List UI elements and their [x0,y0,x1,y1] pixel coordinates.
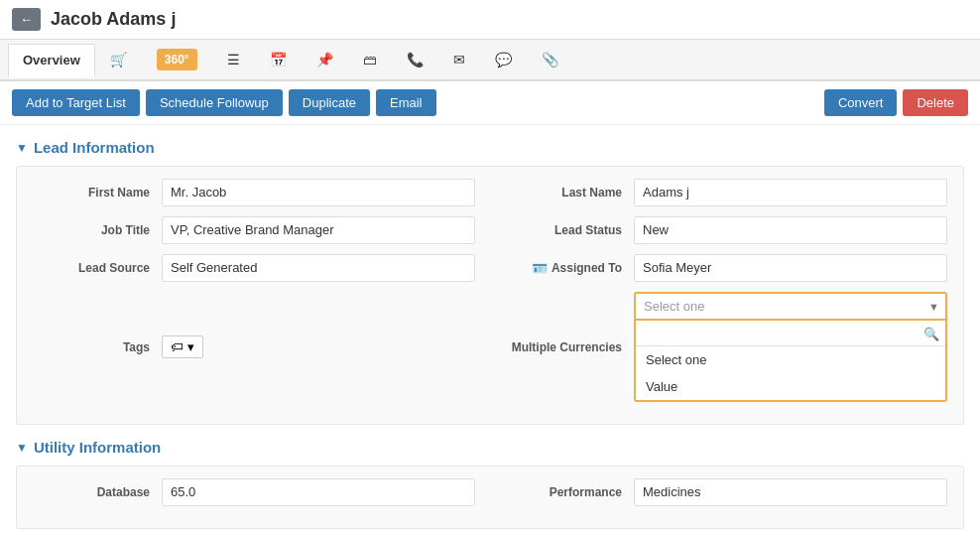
currency-option-select-one[interactable]: Select one [636,346,945,373]
action-bar-left: Add to Target List Schedule Followup Dup… [12,89,436,116]
tab-calendar[interactable]: 📅 [255,43,302,76]
form-half-leadstatus: Lead Status New [505,216,947,244]
currency-search-input[interactable] [636,321,945,345]
action-bar: Add to Target List Schedule Followup Dup… [0,81,980,125]
currency-select-container: Select one ▼ [634,292,947,321]
lead-status-label: Lead Status [505,223,634,237]
list-icon: ☰ [227,52,240,67]
email-button[interactable]: Email [376,89,436,116]
tab-card[interactable]: 🗃 [348,43,392,76]
form-row-job: Job Title VP, Creative Brand Manager Lea… [33,216,947,244]
calendar-icon: 📅 [270,52,287,67]
lead-information-title: ▼ Lead Information [16,139,964,156]
assigned-to-value: Sofia Meyer [634,254,947,282]
currency-placeholder[interactable]: Select one [636,294,945,319]
form-row-tags-currency: Tags 🏷 ▾ Multiple Currencies Select one … [33,292,947,402]
currency-option-value[interactable]: Value [636,373,945,400]
tab-cart[interactable]: 🛒 [95,43,142,76]
lead-form-grid: First Name Mr. Jacob Last Name Adams j J… [16,166,964,425]
form-half-currency: Multiple Currencies Select one ▼ 🔍 [505,292,947,402]
assigned-icon: 🪪 [532,261,548,276]
form-row-database-performance: Database 65.0 Performance Medicines [33,478,947,506]
assigned-to-label: 🪪 Assigned To [505,261,634,276]
add-target-button[interactable]: Add to Target List [12,89,140,116]
tabs-bar: Overview 🛒 360° ☰ 📅 📌 🗃 📞 ✉ 💬 📎 [0,40,980,81]
database-value: 65.0 [162,478,475,506]
form-half-firstname: First Name Mr. Jacob [33,179,475,206]
tab-overview-label: Overview [23,53,80,67]
tab-list[interactable]: ☰ [212,43,255,76]
action-bar-right: Convert Delete [824,89,968,116]
currency-search-wrap: 🔍 [636,321,945,346]
performance-value: Medicines [634,478,947,506]
lead-source-value: Self Generated [162,254,475,282]
form-half-jobtitle: Job Title VP, Creative Brand Manager [33,216,475,244]
job-title-label: Job Title [33,223,162,237]
tab-phone[interactable]: 📞 [392,43,438,76]
chat-icon: 💬 [495,52,512,67]
currency-dropdown-wrapper: Select one ▼ 🔍 Select one Value [634,292,947,402]
performance-label: Performance [505,485,634,499]
back-button[interactable]: ← [12,8,41,31]
tab-clip[interactable]: 📎 [527,43,573,76]
utility-information-title: ▼ Utility Information [16,439,964,456]
delete-button[interactable]: Delete [903,89,968,116]
last-name-value: Adams j [634,179,947,206]
form-half-assigned: 🪪 Assigned To Sofia Meyer [505,254,947,282]
form-half-performance: Performance Medicines [505,478,947,506]
currency-select-display[interactable]: Select one ▼ [636,294,945,319]
lead-section-label: Lead Information [34,139,155,156]
tab-chat[interactable]: 💬 [480,43,527,76]
form-row-source: Lead Source Self Generated 🪪 Assigned To… [33,254,947,282]
lead-section-arrow[interactable]: ▼ [16,141,28,155]
lead-status-value: New [634,216,947,244]
utility-form-grid: Database 65.0 Performance Medicines [16,466,964,529]
search-icon: 🔍 [923,326,939,340]
tab-overview[interactable]: Overview [8,44,95,77]
page-title: Jacob Adams j [51,9,176,30]
schedule-followup-button[interactable]: Schedule Followup [146,89,283,116]
utility-information-section: ▼ Utility Information Database 65.0 Perf… [16,439,964,529]
currency-dropdown-arrow: ▼ [928,301,939,313]
cart-icon: 🛒 [110,52,127,67]
first-name-value: Mr. Jacob [162,179,475,206]
tab-360-label: 360° [157,49,197,70]
duplicate-button[interactable]: Duplicate [289,89,370,116]
tab-email[interactable]: ✉ [438,43,480,76]
page-header: ← Jacob Adams j [0,0,980,40]
form-row-name: First Name Mr. Jacob Last Name Adams j [33,179,947,206]
lead-information-section: ▼ Lead Information First Name Mr. Jacob … [16,139,964,425]
clip-icon: 📎 [542,52,558,67]
tags-button[interactable]: 🏷 ▾ [162,335,203,358]
tab-pin[interactable]: 📌 [302,43,348,76]
tab-360[interactable]: 360° [142,40,212,79]
job-title-value: VP, Creative Brand Manager [162,216,475,244]
tag-icon: 🏷 [171,339,184,354]
first-name-label: First Name [33,186,162,200]
lead-source-label: Lead Source [33,261,162,275]
phone-icon: 📞 [407,52,424,67]
tags-label: Tags [33,340,162,354]
tags-arrow-icon: ▾ [187,339,194,354]
database-label: Database [33,485,162,499]
convert-button[interactable]: Convert [824,89,898,116]
last-name-label: Last Name [505,186,634,200]
currency-dropdown-popup: 🔍 Select one Value [634,321,947,402]
utility-section-label: Utility Information [34,439,161,456]
form-half-leadsource: Lead Source Self Generated [33,254,475,282]
form-half-tags: Tags 🏷 ▾ [33,292,475,402]
form-half-database: Database 65.0 [33,478,475,506]
card-icon: 🗃 [363,52,377,67]
email-icon: ✉ [453,52,465,67]
pin-icon: 📌 [316,52,333,67]
multiple-currencies-label: Multiple Currencies [505,340,634,354]
form-half-lastname: Last Name Adams j [505,179,947,206]
utility-section-arrow[interactable]: ▼ [16,441,28,455]
